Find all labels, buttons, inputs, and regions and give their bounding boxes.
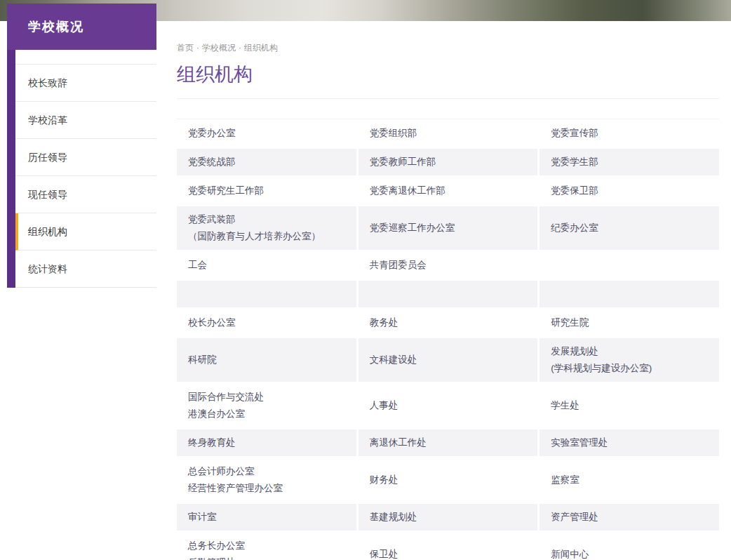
- org-cell[interactable]: 资产管理处: [539, 504, 719, 531]
- org-cell[interactable]: 监察室: [539, 458, 719, 502]
- org-cell[interactable]: 党委统战部: [177, 149, 356, 175]
- org-cell[interactable]: 文科建设处: [358, 338, 538, 382]
- table-row: [177, 281, 719, 307]
- sidebar-item[interactable]: 学校沿革: [15, 102, 156, 139]
- table-row: 总会计师办公室 经营性资产管理办公室财务处监察室: [177, 458, 719, 502]
- table-row: 党委研究生工作部党委离退休工作部党委保卫部: [177, 178, 719, 204]
- org-cell[interactable]: 党委离退休工作部: [358, 178, 538, 204]
- org-cell[interactable]: 党委巡察工作办公室: [358, 206, 538, 250]
- breadcrumb-separator: ·: [196, 43, 199, 53]
- org-cell[interactable]: 党委研究生工作部: [177, 178, 356, 204]
- table-row: 工会共青团委员会: [177, 252, 719, 279]
- org-cell[interactable]: 总会计师办公室 经营性资产管理办公室: [177, 458, 356, 502]
- org-cell[interactable]: 党委教师工作部: [358, 149, 538, 175]
- sidebar-item[interactable]: 组织机构: [15, 213, 156, 251]
- breadcrumb-item[interactable]: 首页: [177, 43, 194, 53]
- breadcrumb-item: 组织机构: [244, 43, 278, 53]
- table-row: 科研院文科建设处发展规划处 (学科规划与建设办公室): [177, 338, 719, 382]
- org-cell[interactable]: 党委武装部 （国防教育与人才培养办公室）: [177, 206, 356, 250]
- org-cell[interactable]: 国际合作与交流处 港澳台办公室: [177, 384, 356, 427]
- org-cell[interactable]: 纪委办公室: [539, 206, 719, 250]
- table-row: 总务长办公室 后勤管理处保卫处新闻中心: [177, 533, 719, 560]
- org-cell[interactable]: 离退休工作处: [358, 429, 538, 456]
- org-cell[interactable]: 审计室: [177, 504, 356, 531]
- table-row: 终身教育处离退休工作处实验室管理处: [177, 429, 719, 456]
- page-title: 组织机构: [177, 63, 719, 99]
- org-cell[interactable]: 人事处: [358, 384, 538, 427]
- org-cell: [358, 281, 538, 307]
- sidebar-item[interactable]: 现任领导: [15, 176, 156, 213]
- table-row: 党委统战部党委教师工作部党委学生部: [177, 149, 719, 175]
- table-row: 国际合作与交流处 港澳台办公室人事处学生处: [177, 384, 719, 427]
- breadcrumb-separator: ·: [239, 43, 241, 53]
- sidebar-item[interactable]: 历任领导: [15, 139, 156, 176]
- org-cell[interactable]: 党委保卫部: [539, 178, 719, 204]
- table-row: 党委武装部 （国防教育与人才培养办公室）党委巡察工作办公室纪委办公室: [177, 206, 719, 250]
- org-cell[interactable]: 实验室管理处: [539, 429, 719, 456]
- org-cell[interactable]: 基建规划处: [358, 504, 538, 531]
- sidebar-item[interactable]: 校长致辞: [15, 64, 156, 102]
- org-cell[interactable]: 保卫处: [358, 533, 538, 560]
- org-cell[interactable]: 党委办公室: [177, 120, 356, 147]
- org-cell[interactable]: 共青团委员会: [358, 252, 538, 279]
- sidebar-menu: 校长致辞学校沿革历任领导现任领导组织机构统计资料: [15, 50, 156, 288]
- org-cell: [539, 281, 719, 307]
- org-cell[interactable]: 党委组织部: [358, 120, 538, 147]
- sidebar-body: 校长致辞学校沿革历任领导现任领导组织机构统计资料: [7, 50, 156, 288]
- sidebar-item[interactable]: 统计资料: [15, 251, 156, 288]
- sidebar-accent-strip: [7, 50, 15, 288]
- org-cell[interactable]: 科研院: [177, 338, 356, 382]
- org-cell[interactable]: 发展规划处 (学科规划与建设办公室): [539, 338, 719, 382]
- org-cell[interactable]: 党委宣传部: [539, 120, 719, 147]
- sidebar: 学校概况 校长致辞学校沿革历任领导现任领导组织机构统计资料: [7, 4, 156, 288]
- org-cell[interactable]: 财务处: [358, 458, 538, 502]
- org-cell[interactable]: 终身教育处: [177, 429, 356, 456]
- org-cell[interactable]: 党委学生部: [539, 149, 719, 175]
- table-row: 党委办公室党委组织部党委宣传部: [177, 120, 719, 147]
- table-row: 校长办公室教务处研究生院: [177, 309, 719, 336]
- org-cell[interactable]: 工会: [177, 252, 356, 279]
- org-cell[interactable]: 新闻中心: [539, 533, 719, 560]
- org-table: 党委办公室党委组织部党委宣传部党委统战部党委教师工作部党委学生部党委研究生工作部…: [177, 119, 719, 560]
- breadcrumb: 首页·学校概况·组织机构: [177, 42, 719, 53]
- breadcrumb-item[interactable]: 学校概况: [202, 43, 236, 53]
- org-cell: [177, 281, 356, 307]
- org-cell[interactable]: 教务处: [358, 309, 538, 336]
- main-content: 首页·学校概况·组织机构 组织机构 党委办公室党委组织部党委宣传部党委统战部党委…: [177, 21, 719, 560]
- org-cell[interactable]: 总务长办公室 后勤管理处: [177, 533, 356, 560]
- table-row: 审计室基建规划处资产管理处: [177, 504, 719, 531]
- sidebar-title: 学校概况: [7, 4, 156, 50]
- org-cell: [539, 252, 719, 279]
- org-cell[interactable]: 校长办公室: [177, 309, 356, 336]
- org-cell[interactable]: 研究生院: [539, 309, 719, 336]
- org-cell[interactable]: 学生处: [539, 384, 719, 427]
